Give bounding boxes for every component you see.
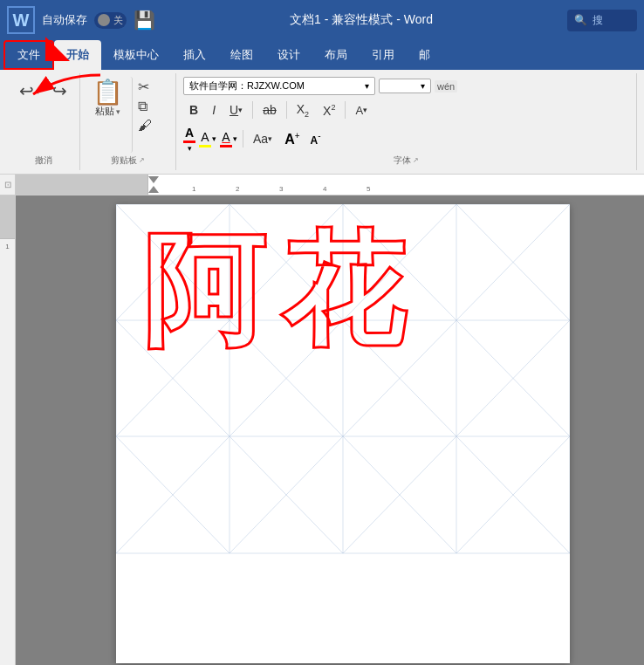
svg-line-24 <box>456 320 570 436</box>
italic-button[interactable]: I <box>206 99 222 120</box>
copy-button[interactable]: ⧉ <box>138 99 152 114</box>
highlight-button[interactable]: A <box>199 130 211 147</box>
subscript-button[interactable]: X2 <box>291 99 315 122</box>
doc-title: 文档1 - 兼容性模式 - Word <box>162 12 560 28</box>
chinese-char-1: 阿 <box>142 230 264 353</box>
tab-file[interactable]: 文件 <box>3 40 54 70</box>
ruler-ticks: 1 2 3 4 5 <box>148 175 644 195</box>
tab-insert[interactable]: 插入 <box>171 40 218 70</box>
font-family-dropdown[interactable]: ▾ <box>365 81 369 91</box>
svg-line-28 <box>230 436 343 553</box>
tab-draw[interactable]: 绘图 <box>218 40 265 70</box>
font-group-label: 字体 ↗ <box>183 153 629 167</box>
ruler-tick-4: 4 <box>323 185 326 193</box>
chinese-char-2: 花 <box>282 230 404 353</box>
svg-line-17 <box>456 204 570 320</box>
svg-line-31 <box>343 436 456 553</box>
search-placeholder: 搜 <box>593 13 603 28</box>
chinese-characters: 阿 花 <box>142 230 404 353</box>
ruler-left-margin <box>16 175 148 195</box>
font-color-button[interactable]: A ▾ <box>183 126 195 153</box>
document-page[interactable]: 阿 花 <box>116 204 570 663</box>
search-icon: 🔍 <box>574 14 587 26</box>
font-family-selector[interactable]: 软件自学网：RJZXW.COM ▾ <box>183 77 375 95</box>
change-case-dropdown[interactable]: ▾ <box>268 134 272 143</box>
autosave-toggle[interactable]: 关 <box>94 12 127 29</box>
underline-button[interactable]: U ▾ <box>223 99 249 120</box>
svg-line-32 <box>456 436 570 553</box>
underline-dropdown[interactable]: ▾ <box>238 106 243 114</box>
paste-dropdown-icon[interactable]: ▾ <box>116 107 120 116</box>
font-effects-dropdown[interactable]: ▾ <box>363 106 367 114</box>
ruler-content: 1 2 3 4 5 <box>148 175 644 195</box>
undo-group-label: 撤消 <box>14 153 72 167</box>
undo-dropdown-icon[interactable]: ▾ <box>36 86 40 96</box>
toggle-off-label: 关 <box>113 14 123 27</box>
svg-line-30 <box>343 436 456 553</box>
tab-mail[interactable]: 邮 <box>407 40 442 70</box>
tab-template[interactable]: 模板中心 <box>101 40 171 70</box>
wenzi-icon: wén <box>435 80 457 93</box>
bold-button[interactable]: B <box>183 99 204 120</box>
ruler-vertical-tick-1: 1 <box>0 239 15 250</box>
text-color-btn-group: A ▾ <box>220 130 237 147</box>
font-effects-button[interactable]: A ▾ <box>349 100 373 120</box>
ruler-tick-1: 1 <box>192 185 195 193</box>
tab-design[interactable]: 设计 <box>265 40 312 70</box>
font-color-dropdown[interactable]: ▾ <box>188 144 192 153</box>
font-family-value: 软件自学网：RJZXW.COM <box>189 79 361 93</box>
svg-line-29 <box>230 436 343 553</box>
clipboard-icons: ✂ ⧉ 🖌 <box>138 77 152 153</box>
clipboard-expand-icon[interactable]: ↗ <box>139 156 145 164</box>
tab-layout[interactable]: 布局 <box>312 40 360 70</box>
font-size-decrease-button[interactable]: A- <box>306 128 325 150</box>
toggle-circle <box>98 14 110 26</box>
svg-line-27 <box>116 436 230 553</box>
font-group: 软件自学网：RJZXW.COM ▾ ▾ wén B I U ▾ ab <box>176 73 637 170</box>
ruler-vertical: 1 <box>0 195 16 665</box>
redo-icon: ↪ <box>52 80 67 101</box>
search-bar[interactable]: 🔍 搜 <box>567 10 637 31</box>
highlight-btn-group: A ▾ <box>199 130 216 147</box>
word-logo: W <box>7 6 35 34</box>
paste-label: 粘贴 <box>95 105 114 118</box>
divider1 <box>252 101 253 119</box>
undo-buttons: ↩ ▾ ↪ <box>14 77 72 105</box>
page-container: 阿 花 <box>16 195 644 665</box>
undo-button[interactable]: ↩ ▾ <box>14 77 45 105</box>
undo-group: ↩ ▾ ↪ 撤消 <box>7 73 80 170</box>
tab-home[interactable]: 开始 <box>54 40 101 70</box>
text-color-button[interactable]: A <box>220 130 232 147</box>
superscript-button[interactable]: X2 <box>317 99 341 121</box>
copy-icon: ⧉ <box>138 99 147 114</box>
font-expand-icon[interactable]: ↗ <box>413 156 419 164</box>
title-bar: W 自动保存 关 💾 文档1 - 兼容性模式 - Word 🔍 搜 <box>0 0 644 40</box>
change-case-button[interactable]: Aa ▾ <box>249 128 277 149</box>
divider4 <box>243 130 243 147</box>
font-size-increase-button[interactable]: A+ <box>280 128 304 150</box>
highlight-dropdown[interactable]: ▾ <box>212 134 216 143</box>
paste-button[interactable]: 📋 粘贴 ▾ <box>87 77 133 153</box>
tab-references[interactable]: 引用 <box>360 40 407 70</box>
ruler-tick-5: 5 <box>367 185 370 193</box>
undo-icon: ↩ <box>19 80 34 101</box>
font-size-dropdown[interactable]: ▾ <box>421 81 425 91</box>
ruler-tick-3: 3 <box>279 185 283 193</box>
font-size-selector[interactable]: ▾ <box>379 79 431 93</box>
ruler-vertical-top-margin <box>0 195 15 239</box>
strikethrough-button[interactable]: ab <box>257 99 283 120</box>
font-row1: 软件自学网：RJZXW.COM ▾ ▾ wén <box>183 77 629 95</box>
divider2 <box>286 101 287 119</box>
cut-button[interactable]: ✂ <box>138 79 152 95</box>
save-icon[interactable]: 💾 <box>134 10 155 31</box>
clipboard-group-label: 剪贴板 ↗ <box>87 153 168 167</box>
text-color-dropdown[interactable]: ▾ <box>233 134 237 143</box>
format-painter-button[interactable]: 🖌 <box>138 118 152 134</box>
autosave-label: 自动保存 <box>42 12 87 28</box>
svg-line-16 <box>456 204 570 320</box>
ribbon-content: ↩ ▾ ↪ 撤消 📋 粘贴 ▾ ✂ <box>0 70 644 175</box>
paste-icon: 📋 <box>92 80 123 105</box>
redo-button[interactable]: ↪ <box>47 77 72 105</box>
ribbon-tabs: 文件 开始 模板中心 插入 绘图 设计 布局 引用 邮 <box>0 40 644 70</box>
format-painter-icon: 🖌 <box>138 118 152 134</box>
